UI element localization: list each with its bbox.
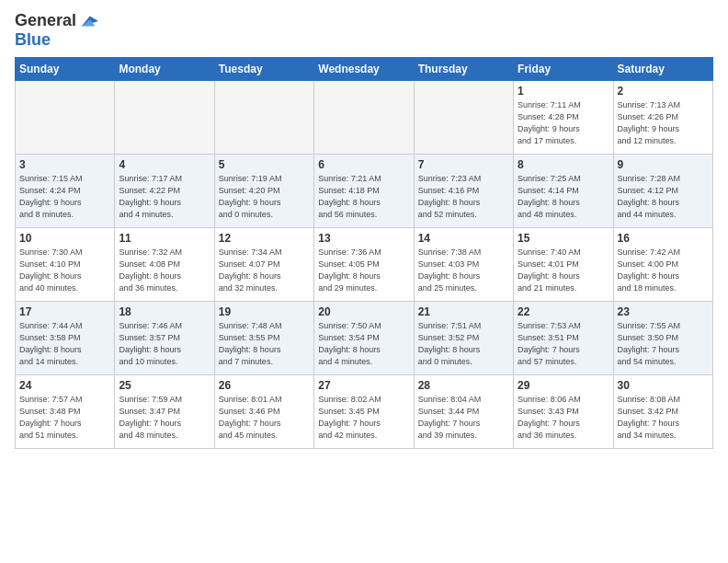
calendar-cell: 29Sunrise: 8:06 AM Sunset: 3:43 PM Dayli… — [514, 374, 613, 448]
day-info: Sunrise: 7:17 AM Sunset: 4:22 PM Dayligh… — [119, 173, 210, 221]
day-number: 23 — [618, 305, 709, 318]
day-info: Sunrise: 7:42 AM Sunset: 4:00 PM Dayligh… — [618, 247, 709, 294]
day-number: 27 — [318, 379, 409, 392]
day-number: 16 — [618, 232, 709, 245]
weekday-header: Thursday — [414, 57, 513, 80]
calendar-cell — [414, 80, 513, 154]
calendar-week-row: 24Sunrise: 7:57 AM Sunset: 3:48 PM Dayli… — [16, 374, 713, 448]
day-info: Sunrise: 8:06 AM Sunset: 3:43 PM Dayligh… — [518, 394, 609, 442]
calendar-cell: 4Sunrise: 7:17 AM Sunset: 4:22 PM Daylig… — [115, 154, 214, 227]
day-number: 18 — [119, 305, 210, 318]
day-number: 7 — [418, 158, 509, 171]
calendar-cell: 19Sunrise: 7:48 AM Sunset: 3:55 PM Dayli… — [214, 301, 313, 374]
day-info: Sunrise: 7:59 AM Sunset: 3:47 PM Dayligh… — [119, 394, 210, 442]
weekday-header: Monday — [115, 57, 214, 80]
day-number: 29 — [518, 379, 609, 392]
calendar-cell: 13Sunrise: 7:36 AM Sunset: 4:05 PM Dayli… — [314, 227, 414, 301]
day-info: Sunrise: 7:36 AM Sunset: 4:05 PM Dayligh… — [318, 247, 409, 294]
calendar-cell: 7Sunrise: 7:23 AM Sunset: 4:16 PM Daylig… — [414, 154, 513, 227]
calendar-week-row: 10Sunrise: 7:30 AM Sunset: 4:10 PM Dayli… — [16, 227, 713, 301]
calendar-cell: 18Sunrise: 7:46 AM Sunset: 3:57 PM Dayli… — [115, 301, 214, 374]
day-number: 8 — [518, 158, 609, 171]
day-number: 2 — [618, 85, 709, 98]
day-info: Sunrise: 7:28 AM Sunset: 4:12 PM Dayligh… — [618, 173, 709, 221]
day-info: Sunrise: 7:13 AM Sunset: 4:26 PM Dayligh… — [618, 99, 709, 147]
calendar-cell: 17Sunrise: 7:44 AM Sunset: 3:58 PM Dayli… — [16, 301, 115, 374]
day-info: Sunrise: 7:51 AM Sunset: 3:52 PM Dayligh… — [418, 320, 509, 368]
calendar-cell: 22Sunrise: 7:53 AM Sunset: 3:51 PM Dayli… — [514, 301, 613, 374]
day-info: Sunrise: 7:19 AM Sunset: 4:20 PM Dayligh… — [219, 173, 310, 221]
calendar-table: SundayMondayTuesdayWednesdayThursdayFrid… — [15, 57, 713, 449]
logo-text: General — [15, 12, 76, 30]
day-info: Sunrise: 7:53 AM Sunset: 3:51 PM Dayligh… — [518, 320, 609, 368]
day-number: 1 — [518, 85, 609, 98]
calendar-cell: 6Sunrise: 7:21 AM Sunset: 4:18 PM Daylig… — [314, 154, 414, 227]
day-info: Sunrise: 7:11 AM Sunset: 4:28 PM Dayligh… — [518, 99, 609, 147]
day-number: 10 — [19, 232, 110, 245]
calendar-cell: 11Sunrise: 7:32 AM Sunset: 4:08 PM Dayli… — [115, 227, 214, 301]
weekday-header: Saturday — [613, 57, 712, 80]
day-number: 9 — [618, 158, 709, 171]
day-info: Sunrise: 7:34 AM Sunset: 4:07 PM Dayligh… — [219, 247, 310, 294]
calendar-cell — [115, 80, 214, 154]
calendar-cell — [16, 80, 115, 154]
day-number: 12 — [219, 232, 310, 245]
weekday-header: Tuesday — [214, 57, 313, 80]
calendar-cell: 1Sunrise: 7:11 AM Sunset: 4:28 PM Daylig… — [514, 80, 613, 154]
day-number: 3 — [19, 158, 110, 171]
calendar-cell: 3Sunrise: 7:15 AM Sunset: 4:24 PM Daylig… — [16, 154, 115, 227]
day-number: 26 — [219, 379, 310, 392]
day-number: 24 — [19, 379, 110, 392]
day-info: Sunrise: 7:38 AM Sunset: 4:03 PM Dayligh… — [418, 247, 509, 294]
logo: General Blue — [15, 11, 98, 50]
weekday-header: Friday — [514, 57, 613, 80]
calendar-week-row: 1Sunrise: 7:11 AM Sunset: 4:28 PM Daylig… — [16, 80, 713, 154]
header: General Blue — [15, 11, 713, 50]
day-number: 25 — [119, 379, 210, 392]
calendar-cell: 2Sunrise: 7:13 AM Sunset: 4:26 PM Daylig… — [613, 80, 712, 154]
day-number: 28 — [418, 379, 509, 392]
day-info: Sunrise: 7:21 AM Sunset: 4:18 PM Dayligh… — [318, 173, 409, 221]
calendar-cell: 21Sunrise: 7:51 AM Sunset: 3:52 PM Dayli… — [414, 301, 513, 374]
day-number: 14 — [418, 232, 509, 245]
calendar-cell: 8Sunrise: 7:25 AM Sunset: 4:14 PM Daylig… — [514, 154, 613, 227]
day-number: 19 — [219, 305, 310, 318]
day-number: 15 — [518, 232, 609, 245]
day-info: Sunrise: 7:40 AM Sunset: 4:01 PM Dayligh… — [518, 247, 609, 294]
main-container: General Blue SundayMondayTuesdayWednesda… — [0, 0, 728, 456]
day-info: Sunrise: 7:23 AM Sunset: 4:16 PM Dayligh… — [418, 173, 509, 221]
day-info: Sunrise: 7:30 AM Sunset: 4:10 PM Dayligh… — [19, 247, 110, 294]
calendar-cell: 10Sunrise: 7:30 AM Sunset: 4:10 PM Dayli… — [16, 227, 115, 301]
calendar-cell: 14Sunrise: 7:38 AM Sunset: 4:03 PM Dayli… — [414, 227, 513, 301]
calendar-cell: 28Sunrise: 8:04 AM Sunset: 3:44 PM Dayli… — [414, 374, 513, 448]
calendar-cell: 24Sunrise: 7:57 AM Sunset: 3:48 PM Dayli… — [16, 374, 115, 448]
weekday-header: Wednesday — [314, 57, 414, 80]
day-info: Sunrise: 7:46 AM Sunset: 3:57 PM Dayligh… — [119, 320, 210, 368]
calendar-week-row: 17Sunrise: 7:44 AM Sunset: 3:58 PM Dayli… — [16, 301, 713, 374]
calendar-cell: 9Sunrise: 7:28 AM Sunset: 4:12 PM Daylig… — [613, 154, 712, 227]
calendar-cell — [314, 80, 414, 154]
day-info: Sunrise: 7:15 AM Sunset: 4:24 PM Dayligh… — [19, 173, 110, 221]
weekday-header-row: SundayMondayTuesdayWednesdayThursdayFrid… — [16, 57, 713, 80]
calendar-cell: 20Sunrise: 7:50 AM Sunset: 3:54 PM Dayli… — [314, 301, 414, 374]
calendar-cell — [214, 80, 313, 154]
day-number: 30 — [618, 379, 709, 392]
day-info: Sunrise: 7:57 AM Sunset: 3:48 PM Dayligh… — [19, 394, 110, 442]
day-info: Sunrise: 8:01 AM Sunset: 3:46 PM Dayligh… — [219, 394, 310, 442]
day-info: Sunrise: 7:50 AM Sunset: 3:54 PM Dayligh… — [318, 320, 409, 368]
calendar-cell: 12Sunrise: 7:34 AM Sunset: 4:07 PM Dayli… — [214, 227, 313, 301]
weekday-header: Sunday — [16, 57, 115, 80]
day-info: Sunrise: 7:55 AM Sunset: 3:50 PM Dayligh… — [618, 320, 709, 368]
day-number: 20 — [318, 305, 409, 318]
day-info: Sunrise: 7:25 AM Sunset: 4:14 PM Dayligh… — [518, 173, 609, 221]
day-number: 13 — [318, 232, 409, 245]
calendar-cell: 27Sunrise: 8:02 AM Sunset: 3:45 PM Dayli… — [314, 374, 414, 448]
day-number: 4 — [119, 158, 210, 171]
calendar-cell: 26Sunrise: 8:01 AM Sunset: 3:46 PM Dayli… — [214, 374, 313, 448]
day-info: Sunrise: 8:04 AM Sunset: 3:44 PM Dayligh… — [418, 394, 509, 442]
calendar-cell: 5Sunrise: 7:19 AM Sunset: 4:20 PM Daylig… — [214, 154, 313, 227]
day-number: 21 — [418, 305, 509, 318]
calendar-cell: 30Sunrise: 8:08 AM Sunset: 3:42 PM Dayli… — [613, 374, 712, 448]
day-number: 22 — [518, 305, 609, 318]
calendar-cell: 23Sunrise: 7:55 AM Sunset: 3:50 PM Dayli… — [613, 301, 712, 374]
